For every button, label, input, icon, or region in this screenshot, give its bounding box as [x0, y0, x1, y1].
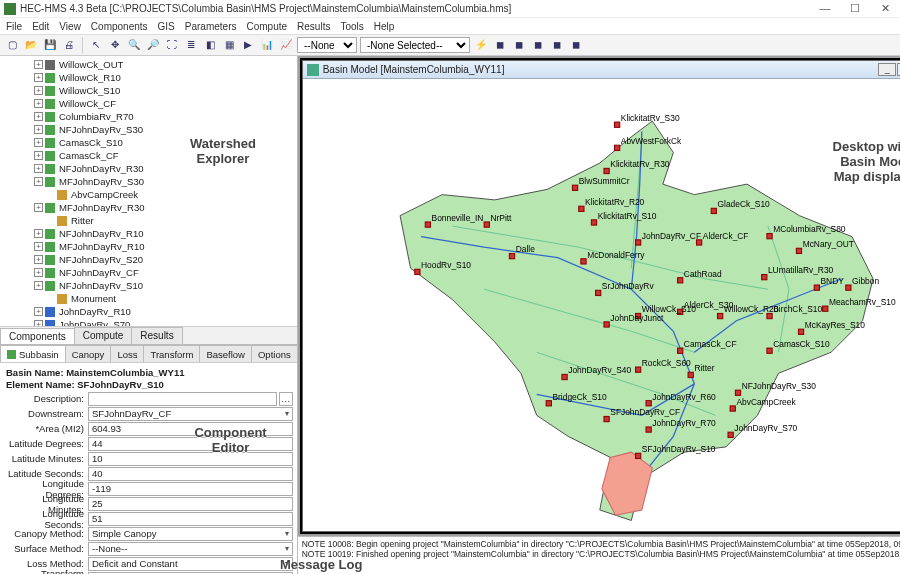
- subtab-subbasin[interactable]: Subbasin: [0, 345, 66, 362]
- expand-icon[interactable]: +: [34, 112, 43, 121]
- tool-c-icon[interactable]: ◼: [530, 37, 546, 53]
- tree-item[interactable]: +MFJohnDayRv_S30: [4, 175, 295, 188]
- tree-item[interactable]: +WillowCk_S10: [4, 84, 295, 97]
- tree-item[interactable]: +NFJohnDayRv_S10: [4, 279, 295, 292]
- field-input[interactable]: 10: [88, 452, 293, 466]
- expand-icon[interactable]: +: [34, 203, 43, 212]
- expand-icon[interactable]: +: [34, 242, 43, 251]
- zoomin-icon[interactable]: 🔍: [126, 37, 142, 53]
- expand-icon[interactable]: +: [34, 86, 43, 95]
- map-node-icon[interactable]: [572, 185, 577, 190]
- field-input[interactable]: Simple Canopy: [88, 527, 293, 541]
- subtab-transform[interactable]: Transform: [143, 345, 200, 362]
- selector-1[interactable]: --None Selected--: [297, 37, 357, 53]
- field-input[interactable]: SFJohnDayRv_CF: [88, 407, 293, 421]
- subtab-baseflow[interactable]: Baseflow: [199, 345, 252, 362]
- map-node-icon[interactable]: [591, 220, 596, 225]
- menu-parameters[interactable]: Parameters: [185, 21, 237, 32]
- message-log[interactable]: NOTE 10008: Begin opening project "Mains…: [298, 536, 900, 574]
- layers-icon[interactable]: ≣: [183, 37, 199, 53]
- expand-icon[interactable]: +: [34, 125, 43, 134]
- map-node-icon[interactable]: [604, 416, 609, 421]
- map-titlebar[interactable]: Basin Model [MainstemColumbia_WY11] _ ☐ …: [303, 61, 900, 79]
- tree-item[interactable]: +JohnDayRv_S70: [4, 318, 295, 326]
- expand-icon[interactable]: +: [34, 99, 43, 108]
- map-node-icon[interactable]: [822, 306, 827, 311]
- tool-e-icon[interactable]: ◼: [568, 37, 584, 53]
- edit-button[interactable]: …: [279, 392, 293, 406]
- map-node-icon[interactable]: [761, 275, 766, 280]
- tree-item[interactable]: +NFJohnDayRv_R30: [4, 162, 295, 175]
- maximize-button[interactable]: ☐: [844, 2, 866, 15]
- map-node-icon[interactable]: [614, 122, 619, 127]
- field-input[interactable]: Deficit and Constant: [88, 557, 293, 571]
- menu-file[interactable]: File: [6, 21, 22, 32]
- map-node-icon[interactable]: [578, 206, 583, 211]
- tree-item[interactable]: +CamasCk_CF: [4, 149, 295, 162]
- map-minimize-button[interactable]: _: [878, 63, 896, 76]
- subtab-options[interactable]: Options: [251, 345, 297, 362]
- run-icon[interactable]: ⚡: [473, 37, 489, 53]
- subtab-canopy[interactable]: Canopy: [65, 345, 112, 362]
- basin-icon[interactable]: ◧: [202, 37, 218, 53]
- map-node-icon[interactable]: [581, 259, 586, 264]
- tree-item[interactable]: Monument: [4, 292, 295, 305]
- expand-icon[interactable]: +: [34, 320, 43, 326]
- map-node-icon[interactable]: [635, 453, 640, 458]
- field-input[interactable]: -119: [88, 482, 293, 496]
- tree-item[interactable]: +WillowCk_R10: [4, 71, 295, 84]
- field-input[interactable]: --None--: [88, 542, 293, 556]
- subtab-loss[interactable]: Loss: [110, 345, 144, 362]
- tab-components[interactable]: Components: [0, 328, 75, 345]
- map-node-icon[interactable]: [728, 432, 733, 437]
- field-input[interactable]: 51: [88, 512, 293, 526]
- map-node-icon[interactable]: [562, 374, 567, 379]
- tree-item[interactable]: +NFJohnDayRv_S20: [4, 253, 295, 266]
- tool-d-icon[interactable]: ◼: [549, 37, 565, 53]
- tree-item[interactable]: +CamasCk_S10: [4, 136, 295, 149]
- map-node-icon[interactable]: [767, 234, 772, 239]
- map-node-icon[interactable]: [604, 168, 609, 173]
- menu-tools[interactable]: Tools: [340, 21, 363, 32]
- menu-results[interactable]: Results: [297, 21, 330, 32]
- map-node-icon[interactable]: [796, 248, 801, 253]
- map-node-icon[interactable]: [814, 285, 819, 290]
- menu-components[interactable]: Components: [91, 21, 148, 32]
- tree-item[interactable]: Ritter: [4, 214, 295, 227]
- map-node-icon[interactable]: [635, 240, 640, 245]
- graph-icon[interactable]: 📈: [278, 37, 294, 53]
- expand-icon[interactable]: +: [34, 138, 43, 147]
- compute-icon[interactable]: ▶: [240, 37, 256, 53]
- field-input[interactable]: 44: [88, 437, 293, 451]
- menu-help[interactable]: Help: [374, 21, 395, 32]
- new-icon[interactable]: ▢: [4, 37, 20, 53]
- tab-compute[interactable]: Compute: [74, 327, 133, 344]
- map-node-icon[interactable]: [767, 348, 772, 353]
- tree-item[interactable]: +NFJohnDayRv_S30: [4, 123, 295, 136]
- close-button[interactable]: ✕: [874, 2, 896, 15]
- map-node-icon[interactable]: [414, 269, 419, 274]
- menu-view[interactable]: View: [59, 21, 81, 32]
- tool-b-icon[interactable]: ◼: [511, 37, 527, 53]
- watershed-explorer[interactable]: WatershedExplorer +WillowCk_OUT+WillowCk…: [0, 56, 297, 326]
- tree-item[interactable]: +NFJohnDayRv_CF: [4, 266, 295, 279]
- expand-icon[interactable]: +: [34, 177, 43, 186]
- map-node-icon[interactable]: [677, 278, 682, 283]
- tree-item[interactable]: +WillowCk_CF: [4, 97, 295, 110]
- map-node-icon[interactable]: [717, 313, 722, 318]
- minimize-button[interactable]: —: [814, 2, 836, 15]
- extent-icon[interactable]: ⛶: [164, 37, 180, 53]
- field-input[interactable]: 40: [88, 467, 293, 481]
- map-node-icon[interactable]: [798, 329, 803, 334]
- expand-icon[interactable]: +: [34, 281, 43, 290]
- tab-results[interactable]: Results: [131, 327, 182, 344]
- tree-item[interactable]: +MFJohnDayRv_R30: [4, 201, 295, 214]
- map-node-icon[interactable]: [614, 145, 619, 150]
- field-input[interactable]: [88, 392, 277, 406]
- map-node-icon[interactable]: [735, 390, 740, 395]
- grid-icon[interactable]: ▦: [221, 37, 237, 53]
- tree-item[interactable]: AbvCampCreek: [4, 188, 295, 201]
- menu-compute[interactable]: Compute: [246, 21, 287, 32]
- pointer-icon[interactable]: ↖: [88, 37, 104, 53]
- save-icon[interactable]: 💾: [42, 37, 58, 53]
